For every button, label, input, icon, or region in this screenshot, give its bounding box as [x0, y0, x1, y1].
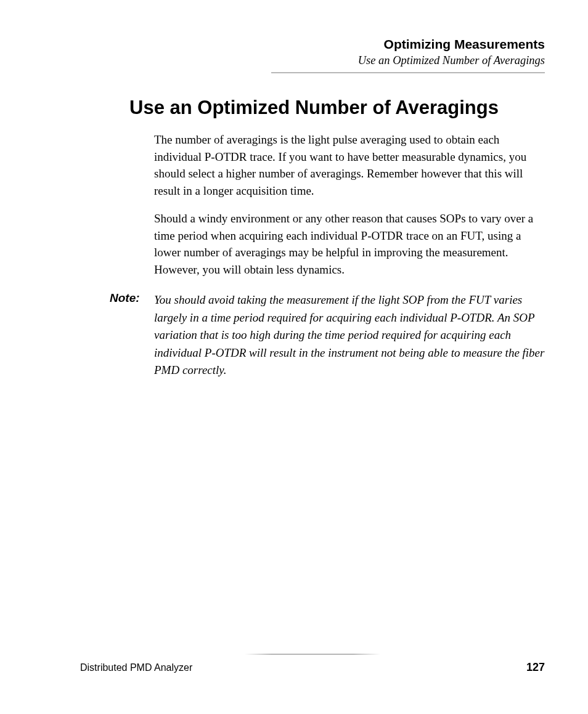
footer-product-name: Distributed PMD Analyzer	[80, 662, 192, 673]
chapter-title: Optimizing Measurements	[80, 37, 545, 52]
page-footer: Distributed PMD Analyzer 127	[80, 654, 545, 674]
document-page: Optimizing Measurements Use an Optimized…	[0, 0, 588, 714]
note-text: You should avoid taking the measurement …	[154, 291, 545, 379]
note-block: Note: You should avoid taking the measur…	[110, 291, 545, 379]
body-paragraph: The number of averagings is the light pu…	[154, 131, 545, 199]
footer-divider	[245, 654, 380, 655]
page-header: Optimizing Measurements Use an Optimized…	[80, 37, 545, 67]
footer-divider-wrap	[80, 654, 545, 655]
note-label: Note:	[110, 291, 149, 305]
footer-row: Distributed PMD Analyzer 127	[80, 661, 545, 674]
section-subtitle: Use an Optimized Number of Averagings	[80, 54, 545, 67]
section-heading: Use an Optimized Number of Averagings	[129, 97, 545, 119]
page-number: 127	[526, 661, 545, 674]
header-divider	[271, 72, 545, 73]
body-paragraph: Should a windy environment or any other …	[154, 210, 545, 278]
